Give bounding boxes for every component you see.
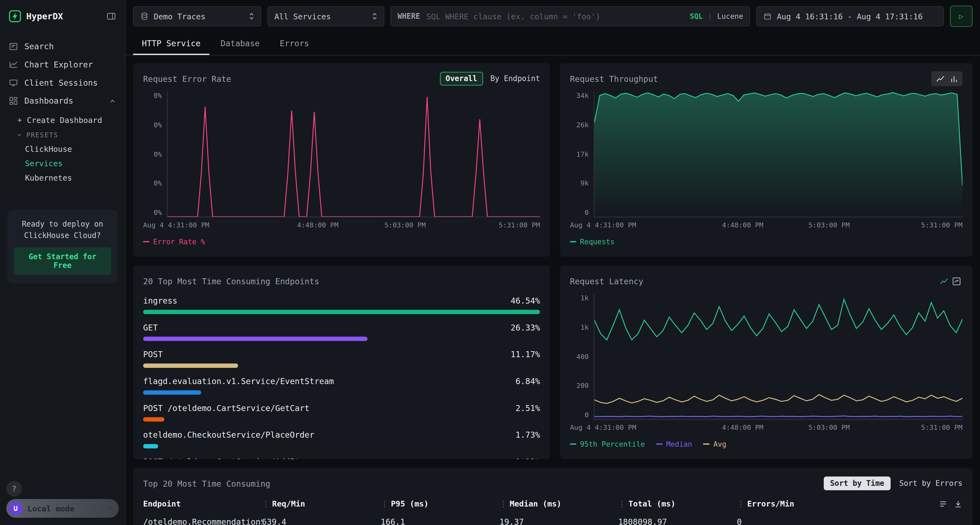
column-header-errors-min[interactable]: Errors/Min bbox=[737, 499, 843, 508]
chevron-right-icon: › bbox=[107, 503, 113, 513]
source-select[interactable]: Demo Traces bbox=[133, 6, 261, 26]
panel-request-latency: Request Latency 1k1k4002000 bbox=[560, 265, 972, 459]
promo-text-line1: Ready to deploy on bbox=[14, 219, 111, 230]
preset-clickhouse[interactable]: ClickHouse bbox=[16, 142, 125, 156]
promo-text-line2: ClickHouse Cloud? bbox=[14, 230, 111, 241]
chart-line-icon bbox=[9, 60, 18, 69]
sort-by-time-button[interactable]: Sort by Time bbox=[824, 477, 891, 490]
sort-by-errors-button[interactable]: Sort by Errors bbox=[899, 479, 962, 488]
download-icon[interactable] bbox=[954, 500, 963, 508]
panel-title: 20 Top Most Time Consuming Endpoints bbox=[143, 276, 540, 285]
legend-median[interactable]: Median bbox=[656, 439, 692, 448]
lucene-language-toggle[interactable]: Lucene bbox=[717, 12, 743, 21]
column-header-endpoint[interactable]: Endpoint bbox=[143, 499, 262, 508]
dashboard-grid-icon bbox=[9, 96, 18, 106]
sidebar-item-client-sessions[interactable]: Client Sessions bbox=[0, 74, 125, 92]
line-chart-toggle-icon[interactable] bbox=[934, 73, 946, 84]
endpoint-bar bbox=[143, 336, 368, 341]
endpoint-row[interactable]: flagd.evaluation.v1.Service/EventStream6… bbox=[143, 376, 540, 395]
overall-toggle-button[interactable]: Overall bbox=[440, 72, 483, 86]
panel-request-throughput: Request Throughput 34k26k17k9k0 bbox=[560, 63, 972, 257]
dashboards-subnav: Create Dashboard PRESETS ClickHouse Serv… bbox=[0, 110, 125, 185]
search-box[interactable]: WHERE SQL | Lucene bbox=[391, 6, 750, 26]
column-header-p95[interactable]: P95 (ms) bbox=[380, 499, 499, 508]
collapse-sidebar-icon[interactable] bbox=[106, 11, 116, 21]
preset-services[interactable]: Services bbox=[16, 156, 125, 171]
time-range-picker[interactable]: Aug 4 16:31:16 - Aug 4 17:31:16 bbox=[756, 6, 944, 26]
box-chart-toggle-icon[interactable] bbox=[950, 275, 963, 286]
sidebar-item-label: Chart Explorer bbox=[24, 60, 93, 69]
y-axis-labels: 34k26k17k9k0 bbox=[570, 92, 594, 217]
clickhouse-cloud-promo: Ready to deploy on ClickHouse Cloud? Get… bbox=[8, 210, 118, 284]
create-dashboard-label: Create Dashboard bbox=[27, 116, 102, 125]
calendar-icon bbox=[763, 12, 772, 21]
mode-label: Local mode bbox=[27, 504, 107, 513]
column-drag-icon bbox=[737, 499, 745, 508]
database-icon bbox=[140, 12, 149, 21]
table-header-row: Endpoint Req/Min P95 (ms) Median (ms) To… bbox=[143, 499, 963, 508]
bar-chart-toggle-icon[interactable] bbox=[948, 73, 960, 84]
throughput-chart[interactable] bbox=[594, 92, 963, 217]
column-header-total[interactable]: Total (ms) bbox=[618, 499, 737, 508]
by-endpoint-toggle-button[interactable]: By Endpoint bbox=[490, 74, 540, 83]
error-rate-chart[interactable] bbox=[167, 92, 540, 217]
x-axis-labels: Aug 4 4:31:00 PM 4:48:00 PM 5:03:00 PM 5… bbox=[570, 423, 963, 432]
get-started-button[interactable]: Get Started for Free bbox=[14, 247, 111, 275]
endpoint-row[interactable]: POST11.17% bbox=[143, 349, 540, 368]
table-row[interactable]: /oteldemo.RecommendationServ 639.4 166.1… bbox=[143, 517, 963, 525]
dashboard-tabs: HTTP Service Database Errors bbox=[126, 32, 980, 56]
line-chart-toggle-icon[interactable] bbox=[937, 275, 950, 286]
list-details-icon[interactable] bbox=[939, 500, 947, 508]
logo-row: HyperDX bbox=[0, 0, 125, 31]
preset-kubernetes[interactable]: Kubernetes bbox=[16, 171, 125, 185]
column-header-req-min[interactable]: Req/Min bbox=[262, 499, 380, 508]
legend-95th-percentile[interactable]: 95th Percentile bbox=[570, 439, 645, 448]
column-drag-icon bbox=[380, 499, 388, 508]
legend-requests[interactable]: Requests bbox=[570, 237, 615, 246]
endpoint-bar bbox=[143, 310, 540, 314]
sidebar: HyperDX Search Chart Explorer bbox=[0, 0, 126, 525]
endpoint-bar bbox=[143, 390, 202, 395]
panel-top-endpoints: 20 Top Most Time Consuming Endpoints ing… bbox=[133, 265, 550, 459]
panel-title: Top 20 Most Time Consuming bbox=[143, 479, 824, 488]
sidebar-item-search[interactable]: Search bbox=[0, 38, 125, 56]
user-mode-pill[interactable]: U Local mode › bbox=[6, 499, 119, 518]
service-select[interactable]: All Services bbox=[267, 6, 384, 26]
help-button[interactable]: ? bbox=[6, 481, 22, 496]
endpoint-bar-list: ingress46.54% GET26.33% POST11.17% flagd… bbox=[143, 295, 540, 459]
endpoint-row[interactable]: ingress46.54% bbox=[143, 295, 540, 314]
main-area: Demo Traces All Services WHERE SQL | Luc… bbox=[126, 0, 980, 525]
topbar: Demo Traces All Services WHERE SQL | Luc… bbox=[126, 0, 980, 32]
where-badge: WHERE bbox=[398, 12, 420, 21]
select-chevrons-icon bbox=[372, 12, 377, 21]
create-dashboard-button[interactable]: Create Dashboard bbox=[16, 113, 125, 128]
language-divider: | bbox=[708, 12, 712, 21]
endpoint-bar bbox=[143, 417, 165, 422]
tab-database[interactable]: Database bbox=[212, 32, 269, 55]
endpoint-row[interactable]: GET26.33% bbox=[143, 322, 540, 341]
panel-top-time-consuming-table: Top 20 Most Time Consuming Sort by Time … bbox=[133, 468, 972, 525]
endpoint-bar bbox=[143, 363, 239, 368]
legend-error-rate[interactable]: Error Rate % bbox=[143, 237, 205, 246]
sidebar-nav: Search Chart Explorer Client Sessions Da… bbox=[0, 38, 125, 185]
tab-errors[interactable]: Errors bbox=[271, 32, 318, 55]
tab-http-service[interactable]: HTTP Service bbox=[133, 32, 209, 55]
select-chevrons-icon bbox=[249, 12, 255, 21]
latency-chart[interactable] bbox=[594, 294, 963, 419]
endpoint-row[interactable]: POST /oteldemo.CartService/GetCart2.51% bbox=[143, 403, 540, 422]
sidebar-item-dashboards[interactable]: Dashboards bbox=[0, 92, 125, 110]
endpoint-row[interactable]: oteldemo.CheckoutService/PlaceOrder1.73% bbox=[143, 430, 540, 449]
sidebar-item-chart-explorer[interactable]: Chart Explorer bbox=[0, 56, 125, 74]
presets-toggle[interactable]: PRESETS bbox=[16, 128, 125, 142]
search-input[interactable] bbox=[425, 11, 685, 22]
run-query-button[interactable]: ▷ bbox=[950, 6, 973, 27]
y-axis-labels: 1k1k4002000 bbox=[570, 294, 594, 419]
monitor-icon bbox=[9, 78, 18, 87]
column-header-median[interactable]: Median (ms) bbox=[499, 499, 618, 508]
endpoint-row[interactable]: POST /oteldemo.CartService/AddItem1.23% bbox=[143, 457, 540, 459]
sql-language-toggle[interactable]: SQL bbox=[690, 12, 703, 21]
column-drag-icon bbox=[499, 499, 507, 508]
legend-avg[interactable]: Avg bbox=[703, 439, 726, 448]
panel-request-error-rate: Request Error Rate Overall By Endpoint 0… bbox=[133, 63, 550, 257]
service-select-value: All Services bbox=[274, 11, 367, 21]
